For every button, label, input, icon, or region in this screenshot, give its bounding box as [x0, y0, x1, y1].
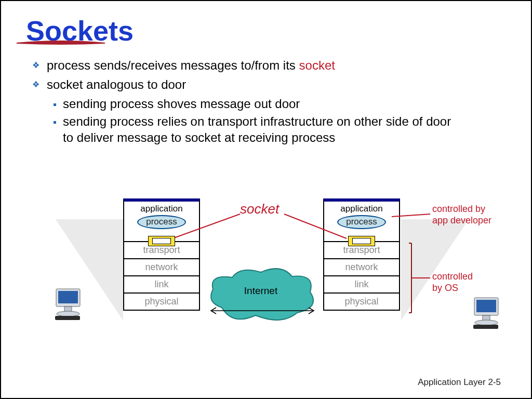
network-layer-box: network — [123, 258, 200, 275]
double-arrow-icon — [208, 307, 317, 315]
square-bullet-icon: ▪ — [53, 115, 57, 129]
square-bullet-icon: ▪ — [53, 98, 57, 111]
application-label: application — [124, 204, 199, 214]
computer-icon — [53, 286, 85, 324]
socket-icon — [348, 236, 375, 246]
process-bubble: process — [137, 215, 186, 229]
svg-rect-4 — [55, 316, 80, 320]
diamond-bullet-icon: ❖ — [32, 60, 39, 71]
host-stack-right: application process transport network li… — [323, 198, 400, 311]
svg-rect-6 — [476, 300, 496, 312]
svg-point-8 — [475, 320, 498, 325]
svg-rect-1 — [58, 291, 78, 303]
internet-label: Internet — [244, 285, 277, 297]
svg-point-3 — [57, 311, 79, 316]
bullet-item: ❖ socket analogous to door — [32, 76, 515, 92]
process-bubble: process — [337, 215, 386, 229]
physical-layer-box: physical — [123, 292, 200, 311]
application-label: application — [324, 204, 399, 214]
diamond-bullet-icon: ❖ — [32, 79, 39, 90]
slide: Sockets ❖ process sends/receives message… — [0, 0, 532, 399]
socket-icon — [148, 236, 175, 246]
sub-bullet-item: ▪ sending process shoves message out doo… — [53, 96, 515, 112]
bullet-text: socket analogous to door — [47, 76, 186, 92]
bullet-item: ❖ process sends/receives messages to/fro… — [32, 57, 515, 73]
bullet-text: sending process relies on transport infr… — [63, 113, 458, 145]
svg-rect-9 — [473, 325, 498, 329]
sub-bullet-item: ▪ sending process relies on transport in… — [53, 113, 515, 145]
controlled-by-os-label: controlled by OS — [432, 271, 473, 294]
application-layer-box: application process — [323, 198, 400, 241]
bullet-text: process sends/receives messages to/from … — [47, 57, 335, 73]
socket-diagram: application process transport network li… — [1, 188, 532, 370]
computer-icon — [471, 295, 503, 333]
projection-beam-right — [401, 219, 469, 321]
link-layer-box: link — [123, 275, 200, 292]
title-underline — [16, 40, 109, 47]
controlled-by-dev-label: controlled by app developer — [432, 204, 491, 226]
bullet-list: ❖ process sends/receives messages to/fro… — [32, 57, 515, 145]
physical-layer-box: physical — [323, 292, 400, 311]
socket-label: socket — [240, 201, 279, 217]
network-layer-box: network — [323, 258, 400, 275]
slide-footer: Application Layer 2-5 — [418, 377, 501, 388]
bullet-text: sending process shoves message out door — [63, 96, 300, 112]
application-layer-box: application process — [123, 198, 200, 241]
link-layer-box: link — [323, 275, 400, 292]
keyword-socket: socket — [299, 58, 335, 72]
host-stack-left: application process transport network li… — [123, 198, 200, 311]
